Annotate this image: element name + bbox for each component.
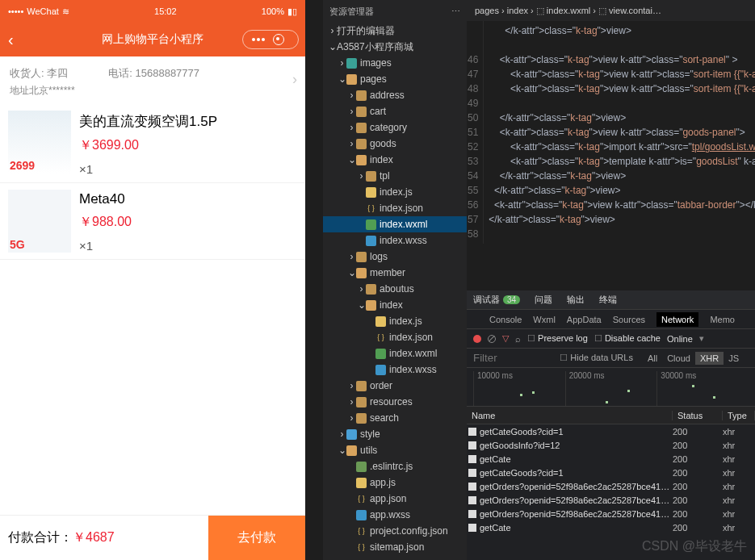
request-icon bbox=[468, 483, 476, 491]
tree-item[interactable]: index.wxss bbox=[323, 361, 467, 378]
tree-item[interactable]: ⌄ utils bbox=[323, 442, 467, 458]
tree-item[interactable]: › order bbox=[323, 378, 467, 394]
network-row[interactable]: getOrders?openid=52f98a6ec2ac25287bce413… bbox=[467, 479, 755, 493]
tree-item[interactable]: app.js bbox=[323, 474, 467, 491]
filter-segment[interactable]: All bbox=[643, 352, 662, 365]
filter-segments[interactable]: AllCloudXHRJS bbox=[638, 352, 749, 365]
col-type[interactable]: Type bbox=[723, 411, 755, 420]
tree-item[interactable]: › resources bbox=[323, 394, 467, 410]
network-row[interactable]: getCate 200 xhr bbox=[467, 520, 755, 534]
tree-item[interactable]: › logs bbox=[323, 249, 467, 265]
search-icon[interactable]: ⌕ bbox=[515, 334, 521, 344]
network-toolbar[interactable]: ▽ ⌕ Preserve log Disable cache Online ▾ bbox=[467, 329, 755, 349]
network-row[interactable]: getOrders?openid=52f98a6ec2ac25287bce413… bbox=[467, 493, 755, 507]
clear-icon[interactable] bbox=[488, 335, 496, 343]
tree-label: index.json bbox=[389, 332, 433, 343]
cart-item[interactable]: 5G Meta40 ￥988.00 ×1 bbox=[0, 183, 305, 260]
tree-item[interactable]: ⌄ index bbox=[323, 297, 467, 313]
close-miniapp-icon[interactable] bbox=[273, 34, 284, 45]
tree-item[interactable]: › aboutus bbox=[323, 281, 467, 297]
disable-cache-checkbox[interactable]: Disable cache bbox=[594, 333, 661, 344]
tree-item[interactable]: index.wxss bbox=[323, 232, 467, 249]
tree-section[interactable]: ⌄A3587小程序商城 bbox=[323, 39, 467, 55]
file-icon bbox=[375, 365, 386, 375]
code-editor[interactable]: pages › index › ⬚ index.wxml › ⬚ view.co… bbox=[467, 0, 755, 290]
file-tree[interactable]: ›打开的编辑器 ⌄A3587小程序商城 › images ⌄ pages › a… bbox=[323, 23, 467, 560]
editor-breadcrumbs[interactable]: pages › index › ⬚ index.wxml › ⬚ view.co… bbox=[467, 0, 755, 21]
cart-item[interactable]: 2699 美的直流变频空调1.5P ￥3699.00 ×1 bbox=[0, 104, 305, 183]
network-filter-bar[interactable]: Hide data URLs AllCloudXHRJS bbox=[467, 349, 755, 368]
tree-label: address bbox=[370, 90, 405, 101]
record-icon[interactable] bbox=[473, 335, 481, 343]
filter-segment[interactable]: XHR bbox=[695, 352, 724, 365]
tab-output[interactable]: 输出 bbox=[567, 294, 585, 306]
tree-item[interactable]: › images bbox=[323, 55, 467, 71]
col-name[interactable]: Name bbox=[467, 411, 673, 420]
tree-item[interactable]: ⌄ pages bbox=[323, 71, 467, 87]
chevron-right-icon[interactable]: › bbox=[292, 71, 297, 88]
file-icon bbox=[375, 316, 386, 327]
tree-item[interactable]: .eslintrc.js bbox=[323, 458, 467, 474]
tree-item[interactable]: › style bbox=[323, 426, 467, 442]
devtools-tab[interactable]: Sources bbox=[613, 315, 645, 324]
tab-terminal[interactable]: 终端 bbox=[599, 294, 617, 306]
tree-item[interactable]: { } sitemap.json bbox=[323, 539, 467, 555]
tree-item[interactable]: › goods bbox=[323, 136, 467, 152]
more-icon[interactable] bbox=[257, 38, 260, 41]
breadcrumb[interactable]: pages › index › ⬚ index.wxml › ⬚ view.co… bbox=[475, 6, 661, 16]
network-row[interactable]: getCateGoods?cid=1 200 xhr bbox=[467, 424, 755, 438]
filter-segment[interactable]: JS bbox=[724, 352, 744, 365]
tree-item[interactable]: ⌄ member bbox=[323, 265, 467, 281]
request-name: getOrders?openid=52f98a6ec2ac25287bce413… bbox=[480, 509, 673, 519]
tree-item[interactable]: index.js bbox=[323, 184, 467, 200]
tree-item[interactable]: { } project.config.json bbox=[323, 523, 467, 539]
chevron-icon: ⌄ bbox=[347, 267, 356, 278]
pay-button[interactable]: 去付款 bbox=[208, 516, 305, 560]
tree-item[interactable]: ⌄ index bbox=[323, 152, 467, 168]
network-row[interactable]: getGoodsInfo?id=12 200 xhr bbox=[467, 438, 755, 452]
tree-item[interactable]: › category bbox=[323, 119, 467, 136]
tree-item[interactable]: › address bbox=[323, 87, 467, 103]
tree-item[interactable]: { } index.json bbox=[323, 329, 467, 345]
devtools-tab[interactable]: Console bbox=[489, 315, 522, 324]
devtools-tab[interactable]: Network bbox=[656, 312, 698, 327]
preserve-log-checkbox[interactable]: Preserve log bbox=[527, 333, 588, 344]
devtools-tabs[interactable]: ConsoleWxmlAppDataSourcesNetworkMemo bbox=[467, 310, 755, 329]
tree-item[interactable]: index.wxml bbox=[323, 345, 467, 361]
tree-section[interactable]: ›打开的编辑器 bbox=[323, 23, 467, 39]
tree-item[interactable]: index.wxml bbox=[323, 216, 467, 232]
tree-item[interactable]: › search bbox=[323, 410, 467, 426]
tree-item[interactable]: { } app.json bbox=[323, 491, 467, 507]
tree-item[interactable]: › cart bbox=[323, 103, 467, 119]
chevron-down-icon[interactable]: ▾ bbox=[699, 333, 704, 344]
tree-item[interactable]: index.js bbox=[323, 313, 467, 329]
tree-item[interactable]: › tpl bbox=[323, 168, 467, 184]
tab-debugger[interactable]: 调试器 bbox=[473, 294, 500, 306]
devtools-tab[interactable]: Memo bbox=[710, 315, 735, 324]
address-block[interactable]: 收货人: 李四 电话: 15688887777 地址北京******* › bbox=[0, 56, 305, 104]
devtools-tab[interactable]: AppData bbox=[567, 315, 602, 324]
network-row[interactable]: getCate 200 xhr bbox=[467, 452, 755, 466]
code-lines[interactable]: </k-attr">class="k-tag">view> <k-attr">c… bbox=[484, 21, 755, 244]
filter-icon[interactable]: ▽ bbox=[502, 333, 509, 344]
network-columns[interactable]: Name Status Type bbox=[467, 407, 755, 424]
tree-item[interactable]: app.wxss bbox=[323, 507, 467, 523]
throttling-select[interactable]: Online bbox=[667, 334, 693, 344]
more-icon[interactable]: ⋯ bbox=[451, 6, 460, 17]
tab-problems[interactable]: 问题 bbox=[535, 294, 552, 306]
filter-input[interactable] bbox=[473, 352, 530, 364]
devtools-top-tabs[interactable]: 调试器 34 问题 输出 终端 bbox=[467, 290, 755, 310]
gutter: 46474849505152535455565758 bbox=[467, 21, 484, 244]
chevron-icon: › bbox=[347, 412, 356, 424]
devtools-tab[interactable]: Wxml bbox=[533, 315, 556, 324]
back-icon[interactable]: ‹ bbox=[8, 31, 14, 49]
col-status[interactable]: Status bbox=[673, 411, 723, 420]
capsule-button[interactable] bbox=[242, 30, 299, 49]
request-type: xhr bbox=[723, 441, 755, 450]
network-row[interactable]: getCateGoods?cid=1 200 xhr bbox=[467, 466, 755, 479]
hide-data-urls-checkbox[interactable]: Hide data URLs bbox=[555, 351, 638, 365]
tree-item[interactable]: { } index.json bbox=[323, 200, 467, 216]
network-row[interactable]: getOrders?openid=52f98a6ec2ac25287bce413… bbox=[467, 507, 755, 520]
network-timeline[interactable]: 10000 ms20000 ms30000 ms bbox=[467, 368, 755, 407]
filter-segment[interactable]: Cloud bbox=[662, 352, 695, 365]
